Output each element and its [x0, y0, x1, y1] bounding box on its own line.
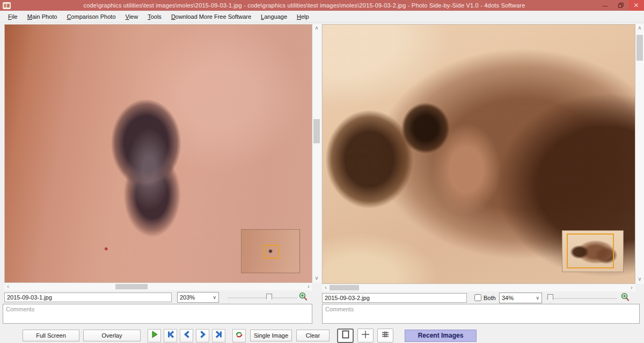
border-frame-button[interactable]	[337, 329, 354, 343]
comparison-zoom-slider[interactable]	[546, 294, 617, 303]
play-slideshow-button[interactable]	[148, 329, 161, 342]
first-image-button[interactable]	[164, 329, 177, 342]
sync-views-button[interactable]	[232, 329, 246, 342]
single-image-button[interactable]: Single Image	[250, 330, 292, 341]
scroll-up-icon[interactable]: ˄	[313, 26, 320, 31]
main-zoom-slider[interactable]	[228, 293, 297, 303]
recent-images-button[interactable]: Recent Images	[405, 330, 477, 342]
scroll-right-icon[interactable]: ›	[305, 284, 312, 289]
scroll-left-icon[interactable]: ‹	[4, 284, 12, 289]
scroll-left-icon[interactable]: ‹	[322, 285, 330, 290]
navigator-view-rect[interactable]	[264, 245, 279, 259]
restore-button[interactable]	[613, 0, 628, 11]
skip-first-icon	[166, 330, 175, 341]
both-checkbox[interactable]	[474, 294, 481, 301]
navigator-view-rect[interactable]	[567, 233, 614, 268]
minimize-button[interactable]: —	[597, 0, 613, 11]
close-button[interactable]: ✕	[628, 0, 644, 11]
sync-refresh-icon	[235, 331, 243, 341]
crosshair-button[interactable]	[357, 329, 374, 342]
last-image-button[interactable]	[212, 329, 225, 342]
main-comments-textarea[interactable]	[3, 304, 312, 324]
menu-help[interactable]: Help	[292, 12, 314, 21]
menu-main-photo[interactable]: Main Photo	[23, 12, 62, 21]
grid-icon	[381, 331, 390, 340]
comparison-zoom-combobox[interactable]: 34% ∨	[499, 293, 542, 303]
clear-button[interactable]: Clear	[296, 330, 330, 341]
slider-track[interactable]	[546, 298, 617, 299]
comparison-photo-navigator[interactable]	[562, 230, 624, 272]
main-zoom-value: 203%	[180, 294, 195, 301]
window-title: code\graphics utilities\test images\mole…	[11, 2, 597, 9]
frame-icon	[342, 330, 349, 341]
comparison-zoom-value: 34%	[502, 295, 514, 301]
bottom-toolbar: Full Screen Overlay	[23, 329, 477, 342]
main-zoom-combobox[interactable]: 203% ∨	[177, 292, 219, 303]
menu-tools[interactable]: Tools	[143, 12, 166, 21]
skip-last-icon	[215, 330, 223, 341]
overlay-button[interactable]: Overlay	[83, 330, 141, 341]
scroll-down-icon[interactable]: ˅	[313, 276, 320, 281]
magnifier-icon[interactable]	[620, 293, 631, 303]
app-window: code\graphics utilities\test images\mole…	[0, 0, 644, 343]
comparison-photo-hscrollbar[interactable]: ‹ ›	[322, 284, 635, 291]
full-screen-button[interactable]: Full Screen	[23, 330, 79, 341]
menu-file[interactable]: File	[3, 12, 23, 21]
main-filename-input[interactable]	[4, 293, 172, 302]
title-bar: code\graphics utilities\test images\mole…	[0, 0, 644, 11]
comparison-filename-input[interactable]	[322, 293, 467, 303]
vscroll-thumb[interactable]	[636, 35, 643, 61]
previous-icon	[182, 330, 191, 341]
both-label: Both	[484, 295, 496, 301]
menu-download-more[interactable]: Download More Free Software	[166, 12, 256, 21]
slider-thumb[interactable]	[547, 294, 553, 303]
menu-bar: File Main Photo Comparison Photo View To…	[0, 11, 644, 23]
scroll-up-icon[interactable]: ˄	[636, 26, 643, 31]
scroll-right-icon[interactable]: ›	[628, 285, 635, 290]
main-photo-hscrollbar[interactable]: ‹ ›	[4, 283, 312, 290]
chevron-down-icon: ∨	[213, 295, 216, 300]
both-checkbox-group[interactable]: Both	[474, 294, 496, 301]
slider-track[interactable]	[228, 297, 297, 298]
hscroll-thumb[interactable]	[330, 285, 359, 290]
previous-image-button[interactable]	[180, 329, 193, 342]
magnifier-icon[interactable]	[298, 292, 309, 303]
vscroll-thumb[interactable]	[313, 119, 320, 143]
menu-comparison-photo[interactable]: Comparison Photo	[62, 12, 120, 21]
next-icon	[199, 330, 207, 341]
play-icon	[150, 330, 159, 341]
chevron-down-icon: ∨	[536, 295, 539, 301]
app-icon	[2, 1, 11, 10]
main-photo-navigator[interactable]	[241, 229, 300, 273]
slider-thumb[interactable]	[266, 294, 272, 302]
comparison-photo-viewport[interactable]	[322, 24, 635, 284]
comparison-comments-textarea[interactable]	[322, 304, 640, 324]
next-image-button[interactable]	[196, 329, 209, 342]
grid-button[interactable]	[377, 329, 393, 342]
menu-language[interactable]: Language	[256, 12, 292, 21]
comparison-photo-vscrollbar[interactable]: ˄ ˅	[635, 24, 644, 284]
main-photo-vscrollbar[interactable]: ˄ ˅	[312, 24, 321, 283]
plus-icon	[361, 330, 370, 341]
main-photo-viewport[interactable]	[4, 24, 312, 283]
scroll-down-icon[interactable]: ˅	[636, 277, 643, 282]
menu-view[interactable]: View	[121, 12, 143, 21]
hscroll-thumb[interactable]	[115, 284, 148, 289]
